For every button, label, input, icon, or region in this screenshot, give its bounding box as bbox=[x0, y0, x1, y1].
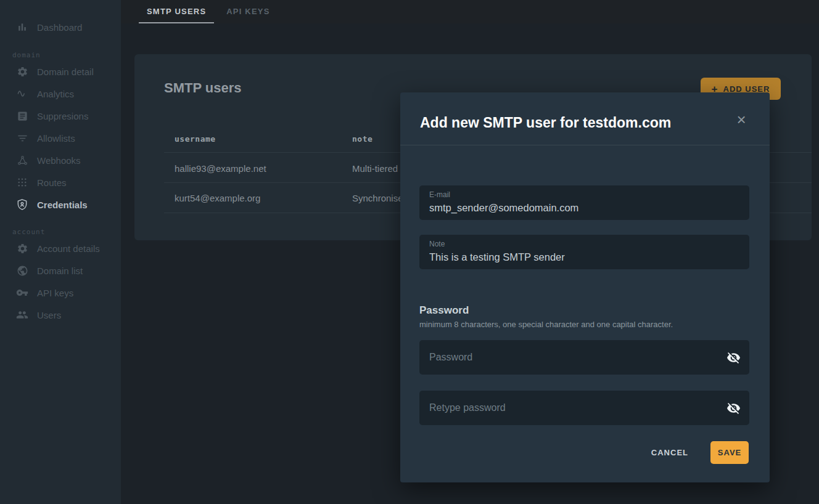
email-field[interactable] bbox=[429, 200, 739, 215]
tab-smtp-users[interactable]: SMTP USERS bbox=[139, 1, 214, 23]
cell-note: Multi-tiered bbox=[352, 163, 398, 174]
toggle-password-visibility-button[interactable] bbox=[725, 349, 742, 366]
sidebar-item-analytics[interactable]: Analytics bbox=[0, 83, 121, 105]
cell-username: hallie93@example.net bbox=[175, 163, 266, 174]
sidebar-item-label: Suppresions bbox=[37, 111, 88, 121]
sidebar-item-label: Webhooks bbox=[37, 155, 81, 166]
add-smtp-user-dialog: Add new SMTP user for testdom.com × E-ma… bbox=[400, 92, 770, 482]
note-field-label: Note bbox=[429, 240, 445, 248]
gear-icon bbox=[16, 65, 28, 78]
close-icon[interactable]: × bbox=[733, 111, 750, 128]
email-field-container: E-mail bbox=[419, 185, 749, 220]
sidebar-item-label: Routes bbox=[37, 177, 67, 188]
bar-chart-icon bbox=[16, 21, 28, 33]
note-field-container: Note bbox=[419, 235, 749, 269]
sidebar-item-api-keys[interactable]: API keys bbox=[0, 282, 121, 304]
dots-grid-icon bbox=[16, 176, 28, 189]
password-field-container bbox=[419, 340, 749, 375]
sidebar-item-label: Credentials bbox=[37, 200, 88, 210]
sidebar-item-allowlists[interactable]: Allowlists bbox=[0, 127, 121, 149]
visibility-off-icon bbox=[726, 351, 741, 365]
sidebar-item-routes[interactable]: Routes bbox=[0, 171, 121, 193]
sidebar-item-label: Domain list bbox=[37, 266, 83, 276]
cell-username: kurt54@example.org bbox=[175, 193, 260, 203]
password-hint: minimum 8 characters, one special charac… bbox=[419, 320, 673, 329]
dialog-title: Add new SMTP user for testdom.com bbox=[420, 115, 671, 131]
people-icon bbox=[16, 309, 28, 321]
note-field[interactable] bbox=[429, 250, 739, 264]
filter-list-icon bbox=[16, 132, 28, 144]
sidebar-item-label: Domain detail bbox=[37, 67, 94, 77]
sidebar-item-label: API keys bbox=[37, 288, 73, 298]
sidebar-item-dashboard[interactable]: Dashboard bbox=[0, 16, 121, 38]
document-icon bbox=[16, 110, 28, 122]
sidebar-item-domain-detail[interactable]: Domain detail bbox=[0, 60, 121, 83]
toggle-password-visibility-button[interactable] bbox=[725, 399, 742, 417]
password-section-heading: Password bbox=[419, 304, 469, 317]
sidebar-section-domain: domain bbox=[0, 51, 121, 60]
tab-bar: SMTP USERS API KEYS bbox=[121, 0, 819, 23]
table-header-note: note bbox=[352, 134, 372, 144]
cancel-button[interactable]: CANCEL bbox=[646, 444, 693, 461]
visibility-off-icon bbox=[726, 401, 741, 415]
shield-user-icon bbox=[16, 198, 28, 211]
sidebar-item-label: Account details bbox=[37, 243, 100, 254]
table-header-username: username bbox=[175, 134, 216, 144]
tab-api-keys[interactable]: API KEYS bbox=[218, 1, 278, 23]
wave-icon bbox=[16, 87, 28, 100]
sidebar-item-suppresions[interactable]: Suppresions bbox=[0, 105, 121, 127]
sidebar-item-account-details[interactable]: Account details bbox=[0, 237, 121, 259]
sidebar-item-label: Analytics bbox=[37, 89, 74, 99]
sidebar-item-webhooks[interactable]: Webhooks bbox=[0, 149, 121, 171]
sidebar-item-label: Users bbox=[37, 310, 61, 320]
password-field[interactable] bbox=[429, 340, 719, 375]
gear-icon bbox=[16, 242, 28, 254]
sidebar-section-account: account bbox=[0, 227, 121, 237]
sidebar-item-label: Dashboard bbox=[37, 22, 82, 33]
dialog-actions: CANCEL SAVE bbox=[646, 438, 749, 466]
sidebar-item-domain-list[interactable]: Domain list bbox=[0, 259, 121, 282]
key-icon bbox=[16, 287, 28, 299]
sidebar-item-users[interactable]: Users bbox=[0, 304, 121, 326]
sidebar-item-label: Allowlists bbox=[37, 133, 75, 144]
card-title: SMTP users bbox=[164, 80, 242, 96]
nodes-icon bbox=[16, 154, 28, 166]
globe-icon bbox=[16, 264, 28, 277]
sidebar: Dashboard domain Domain detail Analytics… bbox=[0, 0, 121, 504]
save-button[interactable]: SAVE bbox=[710, 441, 749, 464]
dialog-header: Add new SMTP user for testdom.com × bbox=[400, 92, 770, 145]
retype-password-field[interactable] bbox=[429, 391, 719, 425]
sidebar-item-credentials[interactable]: Credentials bbox=[0, 193, 121, 216]
retype-password-field-container bbox=[419, 391, 749, 425]
email-field-label: E-mail bbox=[429, 190, 450, 199]
